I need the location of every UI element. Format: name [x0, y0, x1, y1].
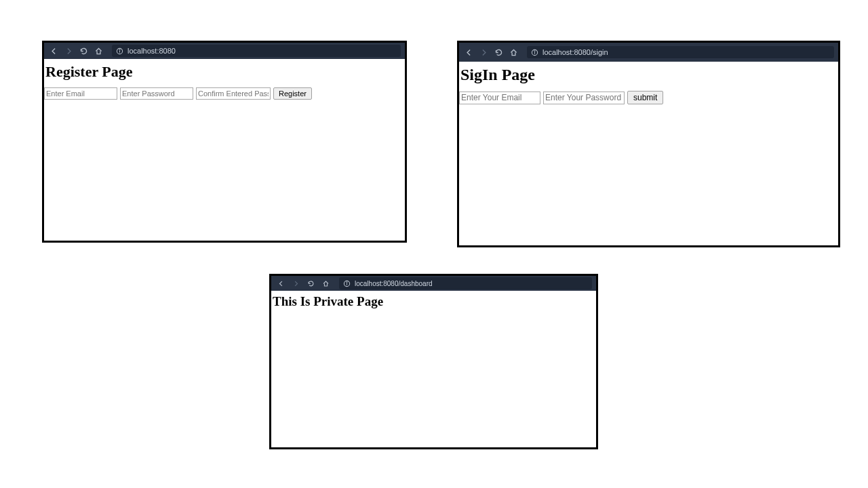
reload-icon[interactable] — [493, 47, 504, 58]
address-bar[interactable]: localhost:8080/dashboard — [339, 277, 592, 289]
forward-icon[interactable] — [290, 278, 301, 289]
page-heading: This Is Private Page — [271, 294, 596, 309]
forward-icon[interactable] — [63, 45, 74, 56]
home-icon[interactable] — [508, 47, 519, 58]
svg-point-5 — [534, 51, 535, 52]
browser-window-register: localhost:8080 Register Page Register — [42, 41, 407, 243]
svg-point-2 — [119, 49, 120, 50]
page-heading: SigIn Page — [459, 66, 838, 84]
home-icon[interactable] — [93, 45, 104, 56]
page-heading: Register Page — [44, 63, 405, 81]
register-button[interactable]: Register — [273, 87, 312, 100]
info-icon — [343, 280, 351, 287]
reload-icon[interactable] — [305, 278, 316, 289]
password-input[interactable] — [120, 87, 193, 100]
back-icon[interactable] — [275, 278, 286, 289]
url-text: localhost:8080 — [127, 47, 176, 55]
info-icon — [531, 49, 538, 56]
info-icon — [116, 47, 123, 55]
svg-point-8 — [347, 282, 347, 283]
submit-button[interactable]: submit — [627, 91, 663, 104]
address-bar[interactable]: localhost:8080/sigin — [527, 46, 834, 58]
address-bar[interactable]: localhost:8080 — [112, 45, 401, 57]
page-content: SigIn Page submit — [459, 62, 838, 245]
url-text: localhost:8080/sigin — [542, 48, 608, 56]
browser-window-signin: localhost:8080/sigin SigIn Page submit — [457, 41, 840, 247]
browser-window-dashboard: localhost:8080/dashboard This Is Private… — [269, 274, 598, 449]
register-form: Register — [44, 87, 405, 100]
email-input[interactable] — [459, 92, 540, 104]
browser-toolbar: localhost:8080/dashboard — [271, 276, 596, 291]
reload-icon[interactable] — [78, 45, 89, 56]
url-text: localhost:8080/dashboard — [355, 280, 433, 287]
back-icon[interactable] — [48, 45, 59, 56]
back-icon[interactable] — [463, 47, 474, 58]
home-icon[interactable] — [320, 278, 331, 289]
browser-toolbar: localhost:8080 — [44, 43, 405, 59]
page-content: This Is Private Page — [271, 291, 596, 447]
browser-toolbar: localhost:8080/sigin — [459, 43, 838, 62]
confirm-password-input[interactable] — [196, 87, 271, 100]
email-input[interactable] — [44, 87, 117, 100]
forward-icon[interactable] — [478, 47, 489, 58]
page-content: Register Page Register — [44, 59, 405, 241]
password-input[interactable] — [543, 92, 625, 104]
signin-form: submit — [459, 91, 838, 104]
